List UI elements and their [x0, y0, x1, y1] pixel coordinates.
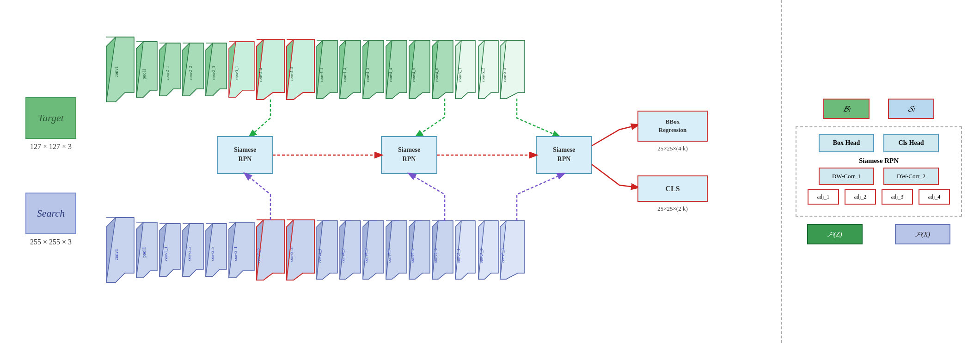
bot-pool1: pool1: [136, 222, 157, 278]
svg-marker-99: [229, 222, 243, 278]
svg-marker-83: [136, 222, 150, 278]
target-box: Target 127 × 127 × 3: [25, 97, 76, 151]
svg-marker-120: [363, 221, 384, 279]
svg-text:conv4_1: conv4_1: [319, 68, 324, 82]
sf-box: 𝓢ₗ: [888, 99, 934, 119]
bf-label: 𝓑ₗ: [843, 104, 850, 114]
top-conv2_3: conv2_3: [206, 43, 227, 96]
svg-text:conv3_1: conv3_1: [233, 247, 238, 261]
arch-top-row: 𝓑ₗ 𝓢ₗ: [791, 99, 967, 119]
bot-conv4_3: conv4_3: [363, 221, 384, 279]
arch-head-row: Box Head Cls Head: [803, 134, 955, 152]
svg-marker-9: [159, 43, 180, 96]
svg-text:BBox: BBox: [666, 118, 680, 125]
svg-marker-36: [340, 40, 353, 99]
svg-marker-5: [136, 42, 157, 97]
svg-marker-123: [386, 221, 399, 279]
arch-corr-row: DW-Corr_1 DW-Corr_2: [803, 168, 955, 185]
svg-text:Siamese: Siamese: [553, 146, 575, 153]
svg-marker-61: [478, 40, 498, 99]
dw-corr-1-label: DW-Corr_1: [832, 173, 861, 180]
svg-text:conv4_6: conv4_6: [433, 248, 438, 262]
bot-conv3_3: conv3_3: [287, 220, 314, 280]
top-conv3_1: conv3_1: [229, 42, 254, 97]
svg-text:conv1: conv1: [114, 66, 119, 77]
rpn-box-2: [381, 137, 437, 174]
svg-text:CLS: CLS: [665, 185, 680, 193]
fl-x-label: 𝓕ₗ(X): [915, 230, 930, 238]
main-container: Target 127 × 127 × 3 Search 255 × 255 × …: [0, 0, 980, 343]
bot-conv4_5: conv4_5: [409, 221, 430, 279]
svg-marker-25: [257, 39, 284, 100]
svg-text:25×25×(2·k): 25×25×(2·k): [657, 205, 688, 212]
svg-marker-143: [500, 221, 518, 279]
adj-3-label: adj_3: [891, 193, 904, 200]
svg-marker-60: [478, 40, 491, 99]
svg-text:conv5_1: conv5_1: [456, 249, 461, 263]
svg-marker-108: [287, 220, 314, 280]
svg-marker-52: [432, 40, 446, 99]
svg-text:conv3_2: conv3_2: [257, 249, 261, 263]
svg-marker-13: [183, 43, 203, 96]
arch-bottom-row: 𝓕ₗ(Z) 𝓕ₗ(X): [791, 224, 967, 244]
svg-marker-119: [363, 221, 376, 279]
svg-marker-44: [386, 40, 399, 99]
svg-marker-12: [183, 43, 196, 96]
network-svg: conv1 pool1 conv2_1 conv2_2: [92, 0, 781, 343]
target-label: Target: [38, 112, 64, 124]
svg-marker-80: [106, 218, 134, 282]
svg-text:conv4_6: conv4_6: [435, 68, 439, 82]
search-label: Search: [37, 207, 65, 219]
svg-text:conv4_2: conv4_2: [341, 249, 345, 263]
target-rect: Target: [25, 97, 76, 139]
bot-conv2_3: conv2_3: [206, 224, 227, 276]
svg-text:pool1: pool1: [141, 247, 147, 258]
top-conv3_3: conv3_3: [287, 39, 314, 100]
rpn-box-1: [217, 137, 273, 174]
bot-conv2_2: conv2_2: [183, 224, 203, 276]
bot-conv4_1: conv4_1: [317, 221, 337, 279]
svg-marker-0: [106, 37, 125, 102]
svg-text:conv1: conv1: [114, 249, 119, 260]
arch-inner: Box Head Cls Head Siamese RPN DW-Corr_1 …: [796, 126, 962, 217]
svg-marker-127: [409, 221, 423, 279]
bot-conv1: conv1: [106, 218, 134, 282]
svg-marker-95: [206, 224, 220, 276]
svg-marker-32: [317, 40, 330, 99]
cls-head-label: Cls Head: [899, 139, 924, 147]
svg-marker-53: [432, 40, 453, 99]
dw-corr-2-box: DW-Corr_2: [883, 168, 939, 185]
search-box: Search 255 × 255 × 3: [25, 193, 76, 246]
svg-text:conv5_1: conv5_1: [458, 68, 462, 82]
svg-marker-112: [317, 221, 337, 279]
svg-marker-1: [106, 37, 134, 102]
fl-z-label: 𝓕ₗ(Z): [827, 230, 842, 238]
svg-marker-140: [478, 221, 498, 279]
left-panel: Target 127 × 127 × 3 Search 255 × 255 × …: [0, 0, 92, 343]
svg-marker-40: [363, 40, 376, 99]
top-conv1: conv1: [106, 37, 134, 102]
svg-marker-48: [409, 40, 423, 99]
svg-text:conv2_1: conv2_1: [165, 66, 170, 81]
bot-conv5_1: conv5_1: [455, 221, 475, 279]
dw-corr-2-label: DW-Corr_2: [897, 173, 925, 180]
svg-marker-17: [206, 43, 227, 96]
svg-marker-79: [106, 218, 125, 282]
svg-marker-28: [287, 39, 303, 100]
svg-marker-20: [229, 42, 243, 97]
svg-marker-49: [409, 40, 430, 99]
svg-marker-4: [136, 42, 150, 97]
bot-conv4_6: conv4_6: [432, 221, 453, 279]
top-conv4_1: conv4_1: [317, 40, 337, 99]
svg-text:pool1: pool1: [141, 69, 147, 80]
svg-text:conv2_3: conv2_3: [210, 246, 214, 261]
svg-marker-116: [340, 221, 361, 279]
svg-marker-136: [455, 221, 475, 279]
svg-marker-100: [229, 222, 254, 278]
svg-text:RPN: RPN: [239, 156, 252, 162]
adj-1-box: adj_1: [808, 189, 839, 205]
fl-x-box: 𝓕ₗ(X): [895, 224, 950, 244]
svg-text:RPN: RPN: [403, 156, 416, 162]
adj-2-label: adj_2: [854, 193, 867, 200]
search-dim: 255 × 255 × 3: [30, 238, 72, 246]
